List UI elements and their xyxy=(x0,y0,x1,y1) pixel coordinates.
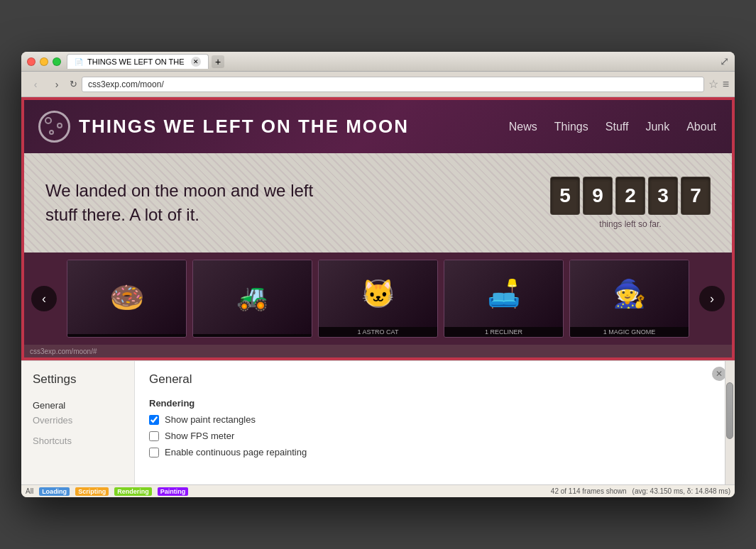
settings-main-content: General Rendering Show paint rectangles … xyxy=(135,361,735,484)
devtools-scripting-tag[interactable]: Scripting xyxy=(75,487,109,496)
nav-item-news[interactable]: News xyxy=(508,118,539,136)
devtools-painting-tag[interactable]: Painting xyxy=(158,487,189,496)
settings-close-button[interactable]: ✕ xyxy=(712,367,726,381)
carousel-item-3[interactable]: 🛋️ 1 RECLINER xyxy=(444,260,564,338)
settings-panel: ✕ Settings General Overrides Shortcuts G… xyxy=(21,360,735,484)
rendering-section-label: Rendering xyxy=(149,398,721,409)
carousel-caption-4: 1 MAGIC GNOME xyxy=(570,327,689,337)
settings-sidebar: Settings General Overrides Shortcuts xyxy=(21,361,135,484)
site-title: THINGS WE LEFT ON THE MOON xyxy=(79,116,409,138)
show-fps-meter-label[interactable]: Show FPS meter xyxy=(165,431,234,441)
carousel-caption-0 xyxy=(67,334,186,337)
url-text: css3exp.com/moon/ xyxy=(88,79,164,89)
hero-section: We landed on the moon and we left stuff … xyxy=(24,153,732,253)
settings-sidebar-shortcuts[interactable]: Shortcuts xyxy=(33,433,123,448)
digit-2: 2 xyxy=(615,177,645,215)
minimize-button[interactable] xyxy=(40,57,48,66)
crater-3 xyxy=(49,130,54,135)
carousel-image-0: 🍩 xyxy=(67,260,186,334)
counter-label: things left so far. xyxy=(599,219,661,229)
digit-1: 9 xyxy=(583,177,613,215)
tab-close-button[interactable]: ✕ xyxy=(191,57,201,67)
devtools-bar: All Loading Scripting Rendering Painting… xyxy=(21,484,735,497)
show-fps-meter-checkbox[interactable] xyxy=(149,431,159,441)
carousel-caption-2: 1 ASTRO CAT xyxy=(319,327,437,337)
carousel-caption-3: 1 RECLINER xyxy=(444,327,563,337)
hero-text: We landed on the moon and we left stuff … xyxy=(45,179,344,226)
mac-window: 📄 THINGS WE LEFT ON THE M... ✕ + ⤢ ‹ › ↻… xyxy=(21,52,735,497)
settings-sidebar-overrides[interactable]: Overrides xyxy=(33,413,123,428)
nav-item-stuff[interactable]: Stuff xyxy=(604,118,630,136)
close-button[interactable] xyxy=(27,57,35,66)
settings-panel-title: Settings xyxy=(33,372,123,387)
carousel-next-button[interactable]: › xyxy=(699,286,725,311)
site-status-bar: css3exp.com/moon/# xyxy=(24,345,732,357)
carousel-item-1[interactable]: 🚜 xyxy=(192,260,312,338)
carousel-image-3: 🛋️ xyxy=(444,260,563,327)
browser-menu-button[interactable]: ≡ xyxy=(723,78,729,91)
maximize-button[interactable] xyxy=(53,57,61,66)
scrollbar-track[interactable] xyxy=(725,361,735,484)
carousel-caption-1 xyxy=(193,334,312,337)
bookmark-button[interactable]: ☆ xyxy=(708,77,718,91)
tab-title: THINGS WE LEFT ON THE M... xyxy=(87,57,187,66)
site-logo: THINGS WE LEFT ON THE MOON xyxy=(38,111,409,143)
address-bar: ‹ › ↻ css3exp.com/moon/ ☆ ≡ xyxy=(21,72,735,97)
devtools-all-tag[interactable]: All xyxy=(26,487,33,495)
traffic-lights xyxy=(27,57,61,66)
site-nav-menu: News Things Stuff Junk About xyxy=(508,118,718,136)
site-nav: THINGS WE LEFT ON THE MOON News Things S… xyxy=(24,100,732,153)
digit-0: 5 xyxy=(550,177,580,215)
checkbox-row-1: Show FPS meter xyxy=(149,431,721,441)
back-button[interactable]: ‹ xyxy=(27,76,44,93)
site-status-url: css3exp.com/moon/# xyxy=(30,348,97,355)
counter-section: 5 9 2 3 7 things left so far. xyxy=(550,177,711,229)
carousel-image-4: 🧙 xyxy=(570,260,689,327)
url-bar[interactable]: css3exp.com/moon/ xyxy=(82,77,704,92)
carousel-image-2: 🐱 xyxy=(319,260,437,327)
browser-tab[interactable]: 📄 THINGS WE LEFT ON THE M... ✕ xyxy=(67,54,209,69)
enable-continuous-repainting-checkbox[interactable] xyxy=(149,448,159,458)
title-bar: 📄 THINGS WE LEFT ON THE M... ✕ + ⤢ xyxy=(21,52,735,72)
digit-3: 3 xyxy=(648,177,678,215)
carousel-image-1: 🚜 xyxy=(193,260,312,334)
forward-button[interactable]: › xyxy=(48,76,65,93)
devtools-frame-info: 42 of 114 frames shown xyxy=(551,487,627,495)
window-expand-button[interactable]: ⤢ xyxy=(720,55,729,68)
show-paint-rectangles-label[interactable]: Show paint rectangles xyxy=(165,414,256,425)
new-tab-button[interactable]: + xyxy=(212,55,224,68)
carousel-item-4[interactable]: 🧙 1 MAGIC GNOME xyxy=(569,260,689,338)
settings-section-title: General xyxy=(149,372,721,387)
tab-bar: 📄 THINGS WE LEFT ON THE M... ✕ + xyxy=(67,54,720,69)
crater-2 xyxy=(57,123,62,128)
settings-sidebar-general[interactable]: General xyxy=(33,398,123,413)
carousel-item-0[interactable]: 🍩 xyxy=(67,260,187,338)
moon-icon xyxy=(38,111,70,143)
checkbox-row-0: Show paint rectangles xyxy=(149,414,721,425)
counter-digits: 5 9 2 3 7 xyxy=(550,177,711,215)
refresh-button[interactable]: ↻ xyxy=(70,79,77,89)
devtools-rendering-tag[interactable]: Rendering xyxy=(114,487,152,496)
devtools-loading-tag[interactable]: Loading xyxy=(39,487,70,496)
devtools-avg-info: (avg: 43.150 ms, δ: 14.848 ms) xyxy=(632,487,730,495)
carousel-item-2[interactable]: 🐱 1 ASTRO CAT xyxy=(318,260,438,338)
nav-item-things[interactable]: Things xyxy=(553,118,590,136)
crater-1 xyxy=(45,117,52,124)
enable-continuous-repainting-label[interactable]: Enable continuous page repainting xyxy=(165,447,307,458)
carousel: ‹ 🍩 🚜 🐱 1 ASTRO CAT xyxy=(24,253,732,345)
checkbox-row-2: Enable continuous page repainting xyxy=(149,447,721,458)
show-paint-rectangles-checkbox[interactable] xyxy=(149,415,159,425)
carousel-prev-button[interactable]: ‹ xyxy=(31,286,57,311)
nav-item-junk[interactable]: Junk xyxy=(644,118,671,136)
scrollbar-thumb[interactable] xyxy=(726,382,733,439)
website-content: THINGS WE LEFT ON THE MOON News Things S… xyxy=(21,97,735,360)
nav-item-about[interactable]: About xyxy=(685,118,718,136)
digit-4: 7 xyxy=(681,177,711,215)
